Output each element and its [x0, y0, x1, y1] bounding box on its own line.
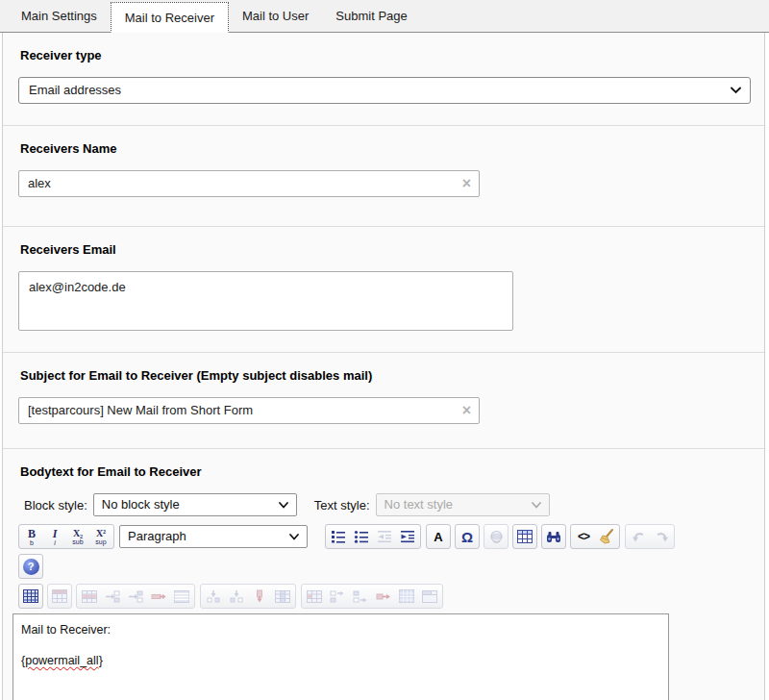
receivers-email-value: alex@in2code.de [29, 280, 126, 294]
cleanup-broom-icon[interactable] [595, 525, 618, 548]
view-source-button[interactable]: <> [572, 525, 595, 548]
indent-icon[interactable] [396, 525, 419, 548]
tab-bar: Main Settings Mail to Receiver Mail to U… [0, 0, 769, 33]
receivers-name-input[interactable]: alex × [18, 170, 480, 197]
list-group [325, 524, 421, 549]
section-bodytext: Bodytext for Email to Receiver Block sty… [3, 449, 764, 699]
help-button[interactable]: ? [18, 554, 43, 579]
insert-link-icon [484, 524, 509, 549]
block-style-value: No block style [102, 494, 180, 515]
receivers-name-label: Receivers Name [20, 141, 751, 156]
outdent-icon [373, 525, 396, 548]
column-operations-group [200, 584, 296, 609]
merge-cells-icon [395, 585, 418, 608]
section-subject: Subject for Email to Receiver (Empty sub… [3, 353, 764, 449]
help-icon: ? [23, 559, 39, 575]
insert-cell-after-icon [349, 585, 372, 608]
insert-cell-before-icon [326, 585, 349, 608]
receivers-name-value: alex [28, 171, 454, 196]
rte-toolbar-row-1: Bb Ii X₂sub X²sup Paragraph [18, 524, 751, 549]
row-properties-icon [78, 585, 101, 608]
editor-line-2: {powermail_all} [21, 654, 668, 667]
text-style-label: Text style: [314, 498, 370, 512]
tab-main-settings[interactable]: Main Settings [8, 0, 111, 32]
toggle-table-borders-button[interactable] [18, 584, 43, 609]
rte-editor-area[interactable]: Mail to Receiver: {powermail_all} [12, 613, 669, 700]
subject-input[interactable]: [testparcours] New Mail from Short Form … [18, 397, 480, 424]
subscript-button[interactable]: X₂sub [66, 525, 89, 548]
redo-icon [650, 525, 673, 548]
clear-field-icon[interactable]: × [462, 398, 471, 423]
bodytext-label: Bodytext for Email to Receiver [20, 464, 751, 479]
chevron-down-icon [279, 502, 288, 509]
undo-redo-group [625, 524, 675, 549]
delete-column-icon [248, 585, 271, 608]
italic-button[interactable]: Ii [43, 525, 66, 548]
bold-button[interactable]: Bb [20, 525, 43, 548]
misspelled-word: powermail_all [25, 654, 98, 667]
receiver-type-select[interactable]: Email addresses [18, 77, 751, 104]
tab-mail-to-user[interactable]: Mail to User [229, 0, 322, 32]
split-row-icon [170, 585, 193, 608]
subject-label: Subject for Email to Receiver (Empty sub… [20, 368, 751, 383]
receivers-email-textarea[interactable]: alex@in2code.de [18, 271, 513, 331]
format-group: Bb Ii X₂sub X²sup [18, 524, 114, 549]
table-properties-icon [47, 584, 72, 609]
section-receiver-type: Receiver type Email addresses [3, 33, 764, 126]
paragraph-format-select[interactable]: Paragraph [119, 525, 308, 548]
insert-column-before-icon [202, 585, 225, 608]
section-receivers-email: Receivers Email alex@in2code.de [3, 227, 764, 353]
block-style-select[interactable]: No block style [93, 493, 297, 516]
chevron-down-icon [289, 534, 299, 540]
superscript-button[interactable]: X²sup [89, 525, 112, 548]
chevron-down-icon [731, 87, 741, 94]
text-style-value: No text style [384, 494, 454, 515]
ordered-list-icon[interactable] [327, 525, 350, 548]
delete-row-icon [147, 585, 170, 608]
editor-line-1: Mail to Receiver: [21, 623, 668, 637]
text-style-select: No text style [376, 493, 550, 516]
tab-submit-page[interactable]: Submit Page [322, 0, 420, 32]
column-properties-icon [271, 585, 294, 608]
rte-toolbar-row-2 [18, 584, 751, 609]
row-operations-group [76, 584, 195, 609]
delete-cell-icon [372, 585, 395, 608]
rte-help-row: ? [18, 554, 751, 579]
split-cell-icon [418, 585, 441, 608]
undo-icon [627, 525, 650, 548]
receiver-type-label: Receiver type [20, 48, 751, 62]
special-character-button[interactable]: Ω [455, 524, 480, 549]
block-style-label: Block style: [24, 498, 87, 512]
chevron-down-icon [532, 502, 541, 509]
clear-field-icon[interactable]: × [462, 171, 471, 196]
subject-value: [testparcours] New Mail from Short Form [28, 398, 454, 423]
receiver-type-selected-value: Email addresses [29, 78, 121, 103]
insert-table-button[interactable] [512, 524, 537, 549]
section-receivers-name: Receivers Name alex × [3, 126, 764, 227]
source-cleanup-group: <> [570, 524, 620, 549]
unordered-list-icon[interactable] [350, 525, 373, 548]
cell-properties-icon [303, 585, 326, 608]
insert-row-before-icon [101, 585, 124, 608]
cell-operations-group [301, 584, 443, 609]
insert-column-after-icon [225, 585, 248, 608]
find-replace-icon[interactable] [541, 524, 566, 549]
insert-row-after-icon [124, 585, 147, 608]
paragraph-format-value: Paragraph [128, 526, 186, 547]
tab-mail-to-receiver[interactable]: Mail to Receiver [111, 2, 229, 33]
tab-content-panel: Receiver type Email addresses Receivers … [2, 33, 765, 700]
rte-style-row: Block style: No block style Text style: … [24, 493, 751, 516]
text-color-button[interactable]: A [426, 524, 451, 549]
receivers-email-label: Receivers Email [20, 242, 751, 257]
